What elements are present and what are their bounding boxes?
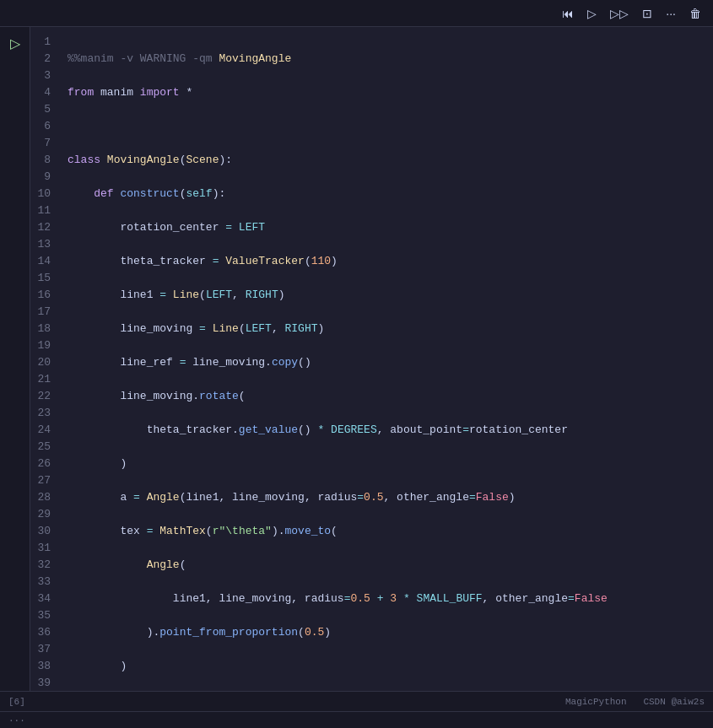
editor-container: ▷ 1 2 3 4 5 6 7 8 9 10 11 12 13 14 15 16… — [0, 27, 713, 691]
toolbar-btn-fast-forward[interactable]: ▷▷ — [607, 5, 632, 22]
code-line-17: line1, line_moving, radius=0.5 + 3 * SMA… — [68, 590, 713, 607]
code-line-11: line_moving.rotate( — [68, 388, 713, 405]
toolbar: ⏮ ▷ ▷▷ ⊡ ··· 🗑 — [0, 0, 713, 27]
code-line-12: theta_tracker.get_value() * DEGREES, abo… — [68, 422, 713, 439]
toolbar-btn-start[interactable]: ⏮ — [559, 5, 577, 22]
line-num-15: 15 — [30, 270, 61, 287]
line-num-3: 3 — [30, 67, 61, 84]
code-line-14: a = Angle(line1, line_moving, radius=0.5… — [68, 489, 713, 506]
line-num-36: 36 — [30, 624, 61, 641]
code-line-10: line_ref = line_moving.copy() — [68, 354, 713, 371]
line-num-17: 17 — [30, 304, 61, 321]
line-num-13: 13 — [30, 236, 61, 253]
line-num-21: 21 — [30, 371, 61, 388]
run-gutter: ▷ — [0, 27, 30, 691]
code-line-18: ).point_from_proportion(0.5) — [68, 624, 713, 641]
status-bar: [6] MagicPython CSDN @aiw2s — [0, 691, 713, 711]
code-line-5: def construct(self): — [68, 186, 713, 202]
code-line-15: tex = MathTex(r"\theta").move_to( — [68, 523, 713, 540]
line-num-37: 37 — [30, 641, 61, 658]
status-credit: CSDN @aiw2s — [643, 697, 705, 707]
code-line-6: rotation_center = LEFT — [68, 219, 713, 236]
line-num-5: 5 — [30, 101, 61, 118]
scroll-area[interactable]: 1 2 3 4 5 6 7 8 9 10 11 12 13 14 15 16 1… — [30, 27, 713, 691]
line-num-29: 29 — [30, 506, 61, 523]
line-num-20: 20 — [30, 354, 61, 371]
line-num-22: 22 — [30, 388, 61, 405]
line-num-11: 11 — [30, 202, 61, 219]
code-line-8: line1 = Line(LEFT, RIGHT) — [68, 287, 713, 304]
line-num-34: 34 — [30, 590, 61, 607]
status-lang: MagicPython — [565, 697, 627, 707]
line-num-35: 35 — [30, 607, 61, 624]
line-num-25: 25 — [30, 439, 61, 456]
code-line-7: theta_tracker = ValueTracker(110) — [68, 253, 713, 270]
line-num-6: 6 — [30, 118, 61, 135]
line-num-27: 27 — [30, 472, 61, 489]
code-line-4: class MovingAngle(Scene): — [68, 152, 713, 169]
line-num-38: 38 — [30, 658, 61, 675]
bottom-tab[interactable]: ··· — [8, 715, 25, 725]
code-line-3 — [68, 118, 713, 135]
line-num-7: 7 — [30, 135, 61, 152]
line-num-33: 33 — [30, 574, 61, 590]
line-num-31: 31 — [30, 540, 61, 557]
line-num-28: 28 — [30, 489, 61, 506]
toolbar-btn-play[interactable]: ▷ — [584, 5, 600, 22]
line-num-9: 9 — [30, 169, 61, 186]
line-num-10: 10 — [30, 186, 61, 202]
code-line-9: line_moving = Line(LEFT, RIGHT) — [68, 321, 713, 337]
line-num-39: 39 — [30, 675, 61, 691]
line-num-12: 12 — [30, 219, 61, 236]
bottom-bar: ··· — [0, 711, 713, 728]
line-numbers: 1 2 3 4 5 6 7 8 9 10 11 12 13 14 15 16 1… — [30, 27, 61, 691]
toolbar-btn-delete[interactable]: 🗑 — [686, 5, 705, 22]
toolbar-btn-stop[interactable]: ⊡ — [639, 5, 656, 22]
line-num-18: 18 — [30, 321, 61, 337]
line-num-30: 30 — [30, 523, 61, 540]
line-num-4: 4 — [30, 84, 61, 101]
line-num-26: 26 — [30, 456, 61, 472]
run-button[interactable]: ▷ — [10, 35, 20, 51]
code-line-16: Angle( — [68, 557, 713, 574]
line-num-32: 32 — [30, 557, 61, 574]
line-num-1: 1 — [30, 34, 61, 51]
toolbar-btn-more[interactable]: ··· — [662, 5, 679, 22]
code-line-2: from manim import * — [68, 84, 713, 101]
line-num-8: 8 — [30, 152, 61, 169]
line-num-23: 23 — [30, 405, 61, 422]
code-line-19: ) — [68, 658, 713, 675]
code-line-13: ) — [68, 456, 713, 472]
status-left: [6] — [8, 697, 25, 707]
code-line-1: %%manim -v WARNING -qm MovingAngle — [68, 51, 713, 67]
line-num-16: 16 — [30, 287, 61, 304]
line-num-14: 14 — [30, 253, 61, 270]
line-num-2: 2 — [30, 51, 61, 67]
status-right: MagicPython CSDN @aiw2s — [565, 697, 705, 707]
line-num-19: 19 — [30, 337, 61, 354]
line-num-24: 24 — [30, 422, 61, 439]
code-content[interactable]: %%manim -v WARNING -qm MovingAngle from … — [61, 27, 713, 691]
